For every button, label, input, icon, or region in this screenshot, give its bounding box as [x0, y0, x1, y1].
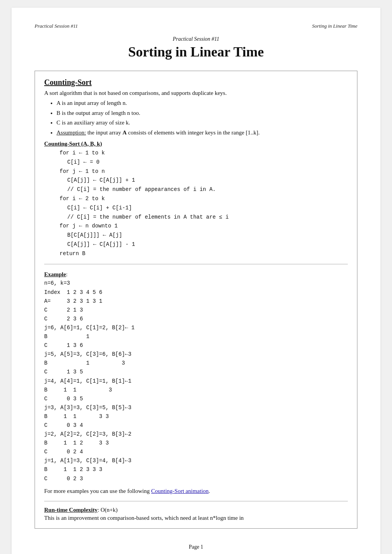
example-line: B 1 1 3 — [44, 386, 348, 395]
runtime-description: This is an improvement on comparison-bas… — [44, 515, 348, 521]
example-line: B 1 1 2 3 3 — [44, 439, 348, 448]
example-line: C 0 2 4 — [44, 448, 348, 456]
example-line: B 1 3 — [44, 359, 348, 368]
code-line: return B — [60, 249, 348, 259]
example-line: j=3, A[3]=3, C[3]=5, B[5]←3 — [44, 403, 348, 412]
divider — [44, 264, 348, 264]
code-line: // C[i] = the number of elements in A th… — [67, 213, 348, 222]
example-line: B 1 1 3 3 — [44, 412, 348, 421]
example-line: C 0 3 5 — [44, 395, 348, 403]
bullet-list: A is an input array of length n. B is th… — [56, 99, 348, 137]
header-left: Practical Session #11 — [35, 23, 78, 29]
example-line: C 2 1 3 — [44, 306, 348, 315]
example-line: j=6, A[6]=1, C[1]=2, B[2]← 1 — [44, 323, 348, 332]
code-line: for i ← 2 to k — [60, 194, 348, 204]
page-number: Page 1 — [189, 544, 203, 550]
example-line: C 0 3 4 — [44, 421, 348, 430]
example-line: j=5, A[5]=3, C[3]=6, B[6]←3 — [44, 350, 348, 359]
runtime-title: Run-time Complexity — [44, 507, 98, 513]
algo-section: Counting-Sort (A, B, k) for i ← 1 to k C… — [44, 141, 348, 259]
header-right: Sorting in Linear Time — [312, 23, 357, 29]
example-footer: For more examples you can use the follow… — [44, 486, 348, 496]
example-line: C 1 3 6 — [44, 341, 348, 350]
list-item: B is the output array of length n too. — [56, 109, 348, 118]
title-subtitle: Practical Session #11 — [35, 36, 357, 42]
code-line: C[i] ← C[i] + C[i-1] — [67, 204, 348, 213]
example-line: j=1, A[1]=3, C[3]=4, B[4]←3 — [44, 456, 348, 465]
example-line: n=6, k=3 — [44, 279, 348, 288]
example-line: B 1 — [44, 332, 348, 341]
example-footer-end: . — [209, 488, 210, 494]
code-line: // C[i] = the number of appearances of i… — [67, 185, 348, 194]
divider-2 — [44, 501, 348, 501]
list-item: A is an input array of length n. — [56, 99, 348, 108]
runtime-complexity: O(n+k) — [101, 507, 118, 513]
example-line: C 2 3 6 — [44, 315, 348, 323]
example-line: j=2, A[2]=2, C[2]=3, B[3]←2 — [44, 430, 348, 439]
title-main: Sorting in Linear Time — [35, 44, 357, 60]
example-line: j=4, A[4]=1, C[1]=1, B[1]←1 — [44, 377, 348, 386]
example-section: Example: n=6, k=3 Index 1 2 3 4 5 6 A= 3… — [44, 270, 348, 496]
code-line: B[C[A[j]]] ← A[j] — [67, 231, 348, 240]
example-line: C 0 2 3 — [44, 474, 348, 483]
example-footer-text: For more examples you can use the follow… — [44, 488, 151, 494]
example-line: B 1 1 2 3 3 3 — [44, 465, 348, 474]
code-line: for j ← n downto 1 — [60, 222, 348, 231]
example-line: A= 3 2 3 1 3 1 — [44, 297, 348, 306]
assumption-label: Assumption: — [56, 129, 86, 136]
page: Practical Session #11 Sorting in Linear … — [12, 8, 380, 554]
content-box: Counting-Sort A sort algorithm that is n… — [35, 71, 357, 529]
counting-sort-animation-link[interactable]: Counting-Sort animation — [151, 488, 209, 494]
header-row: Practical Session #11 Sorting in Linear … — [35, 23, 357, 29]
intro-text: A sort algorithm that is not based on co… — [44, 90, 348, 96]
runtime-section: Run-time Complexity: O(n+k) This is an i… — [44, 507, 348, 521]
example-line: Index 1 2 3 4 5 6 — [44, 288, 348, 297]
title-block: Practical Session #11 Sorting in Linear … — [35, 36, 357, 60]
list-item: Assumption: the input array A consists o… — [56, 128, 348, 137]
list-item: C is an auxiliary array of size k. — [56, 118, 348, 127]
code-line: C[i] ← = 0 — [67, 158, 348, 167]
example-label: Example — [44, 271, 66, 277]
code-line: for j ← 1 to n — [60, 167, 348, 176]
code-block: for i ← 1 to k C[i] ← = 0 for j ← 1 to n… — [52, 149, 348, 259]
example-line: C 1 3 5 — [44, 368, 348, 377]
code-line: C[A[j]] ← C[A[j]] - 1 — [67, 240, 348, 249]
example-content: n=6, k=3 Index 1 2 3 4 5 6 A= 3 2 3 1 3 … — [44, 279, 348, 483]
counting-sort-title: Counting-Sort — [44, 78, 348, 87]
page-footer: Page 1 — [35, 544, 357, 550]
algo-title: Counting-Sort (A, B, k) — [44, 141, 348, 147]
code-line: for i ← 1 to k — [60, 149, 348, 158]
code-line: C[A[j]] ← C[A[j]] + 1 — [67, 176, 348, 185]
